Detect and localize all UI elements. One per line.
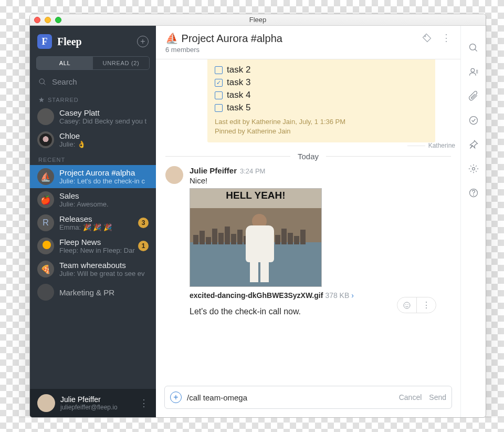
avatar [37,131,54,148]
current-user-avatar[interactable] [37,394,55,412]
user-menu-button[interactable]: ⋮ [139,397,149,409]
svg-point-4 [404,302,410,308]
chat-title: ⛵ Project Aurora #alpha [165,32,282,45]
avatar [37,284,54,301]
chat-pane: ⛵ Project Aurora #alpha 6 members ⋮ task… [156,26,460,417]
sidebar-footer: Julie Pfeiffer juliepfeiffer@fleep.io ⋮ [30,389,156,417]
send-button[interactable]: Send [429,393,446,402]
message-avatar[interactable] [165,166,183,184]
checkbox-icon[interactable] [215,104,223,112]
message: Julie Pfeiffer3:24 PM Nice! HELL YEAH! [165,166,451,316]
window-title: Fleep [30,16,486,24]
pinned-note: task 2 ✓task 3 task 4 task 5 Last edit b… [207,59,435,142]
chevron-right-icon: › [351,291,354,300]
composer: + Cancel Send [164,386,452,409]
seen-indicator: Katherine [407,142,455,149]
unread-badge: 3 [138,218,149,228]
svg-point-16 [469,117,477,125]
titlebar: Fleep [30,14,486,26]
conversation-marketing-pr[interactable]: Marketing & PR [30,281,156,304]
chat-subtitle[interactable]: 6 members [165,46,282,54]
checkbox-icon[interactable] [215,66,223,74]
avatar: ⛵ [37,168,54,185]
tab-unread[interactable]: UNREAD (2) [93,57,149,69]
search-icon[interactable] [468,43,479,53]
pinned-meta: Last edit by Katherine Jain, July, 1 1:3… [215,117,428,136]
avatar [37,238,54,254]
current-user-email: juliepfeiffer@fleep.io [60,404,118,411]
svg-point-10 [469,44,476,50]
tab-all[interactable]: ALL [37,57,93,69]
message-menu-button[interactable]: ⋮ [416,297,436,313]
star-icon [38,97,45,103]
gif-caption: HELL YEAH! [190,190,321,201]
task-item[interactable]: task 4 [215,89,428,101]
unread-badge: 1 [138,241,149,251]
checkbox-checked-icon[interactable]: ✓ [215,79,223,87]
task-item[interactable]: task 5 [215,101,428,114]
message-actions: ⋮ [397,297,436,313]
checkbox-icon[interactable] [215,91,223,99]
avatar: 🍎 [37,191,54,208]
date-divider: Today [165,152,451,161]
message-input[interactable] [187,393,379,402]
svg-line-11 [475,49,477,52]
svg-point-19 [473,195,474,196]
conversation-sales[interactable]: 🍎 Sales Julie: Awesome. [30,188,156,211]
settings-icon[interactable] [468,163,479,174]
chat-menu-button[interactable]: ⋮ [442,32,451,44]
react-button[interactable] [397,297,416,313]
right-rail [460,26,486,417]
app-brand: Fleep [57,36,82,48]
conversation-chloe[interactable]: Chloe Julie: 👌 [30,128,156,151]
svg-point-12 [471,68,475,72]
app-logo: F [37,34,52,49]
conversation-fleep-news[interactable]: Fleep News Fleep: New in Fleep: Dar 1 [30,234,156,258]
chat-body: task 2 ✓task 3 task 4 task 5 Last edit b… [156,59,460,379]
svg-marker-2 [39,97,44,102]
chat-header: ⛵ Project Aurora #alpha 6 members ⋮ [156,26,460,59]
attachment-image[interactable]: HELL YEAH! [190,188,322,287]
label-icon[interactable] [422,33,432,43]
search-input[interactable]: Search [30,72,156,91]
members-icon[interactable] [468,67,479,77]
conversation-project-aurora[interactable]: ⛵ Project Aurora #alpha Julie: Let's do … [30,165,156,188]
avatar [37,108,54,125]
svg-point-0 [39,79,44,84]
current-user-name: Julie Pfeiffer [60,395,118,404]
attachments-icon[interactable] [468,91,479,101]
section-starred: STARRED [30,91,156,105]
cancel-button[interactable]: Cancel [399,393,422,402]
conversation-team-whereabouts[interactable]: 🍕 Team whereabouts Julie: Will be great … [30,258,156,281]
task-item[interactable]: task 2 [215,64,428,76]
avatar: 🍕 [37,261,54,277]
message-header: Julie Pfeiffer3:24 PM [190,166,451,175]
sidebar: F Fleep + ALL UNREAD (2) Search STARRED … [30,26,156,417]
app-window: Fleep F Fleep + ALL UNREAD (2) Search ST… [29,14,486,418]
conversation-casey-platt[interactable]: Casey Platt Casey: Did Becky send you t [30,105,156,128]
svg-point-3 [424,35,426,37]
section-recent: RECENT [30,151,156,165]
svg-line-1 [44,83,45,85]
help-icon[interactable] [468,188,479,198]
search-icon [38,78,47,86]
task-item[interactable]: ✓task 3 [215,76,428,89]
svg-point-6 [408,304,408,305]
avatar: R [37,214,54,231]
pin-icon[interactable] [468,139,479,150]
conversation-releases[interactable]: R Releases Emma: 🎉 🎉 🎉 3 [30,211,156,234]
svg-point-5 [406,304,406,305]
message-text: Nice! [190,176,451,185]
tasks-icon[interactable] [468,115,479,126]
attach-button[interactable]: + [170,392,182,403]
svg-point-17 [472,168,475,170]
new-conversation-button[interactable]: + [137,36,149,47]
sidebar-filter-tabs: ALL UNREAD (2) [36,56,150,70]
